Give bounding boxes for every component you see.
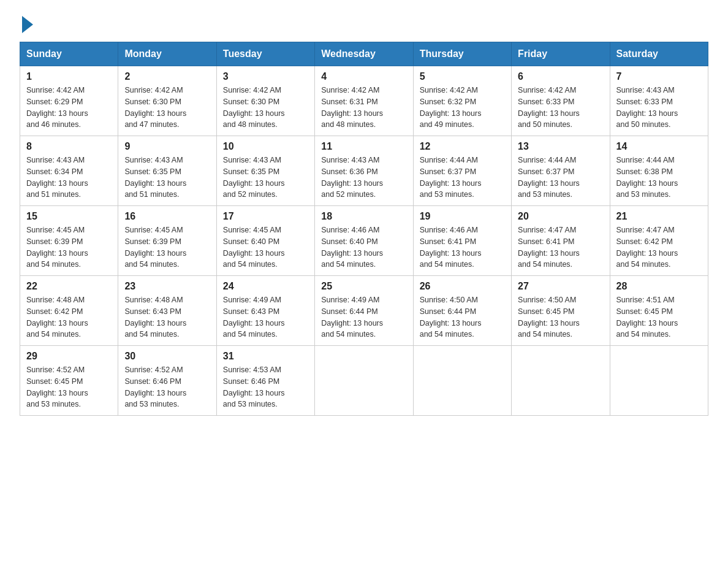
day-info: Sunrise: 4:51 AM Sunset: 6:45 PM Dayligh… (616, 294, 702, 340)
calendar-cell (413, 346, 511, 416)
day-number: 10 (223, 141, 308, 152)
day-info: Sunrise: 4:43 AM Sunset: 6:33 PM Dayligh… (616, 85, 702, 131)
calendar-cell: 19 Sunrise: 4:46 AM Sunset: 6:41 PM Dayl… (413, 206, 511, 276)
day-info: Sunrise: 4:42 AM Sunset: 6:29 PM Dayligh… (26, 85, 112, 131)
calendar-header-tuesday: Tuesday (216, 42, 314, 66)
day-info: Sunrise: 4:46 AM Sunset: 6:41 PM Dayligh… (420, 224, 505, 270)
calendar-cell: 22 Sunrise: 4:48 AM Sunset: 6:42 PM Dayl… (20, 276, 118, 346)
day-number: 23 (124, 281, 210, 292)
day-number: 7 (616, 71, 702, 82)
calendar-table: SundayMondayTuesdayWednesdayThursdayFrid… (20, 42, 708, 416)
calendar-cell: 4 Sunrise: 4:42 AM Sunset: 6:31 PM Dayli… (315, 66, 413, 136)
calendar-cell: 11 Sunrise: 4:43 AM Sunset: 6:36 PM Dayl… (315, 136, 413, 206)
logo-arrow-icon (22, 16, 33, 33)
day-info: Sunrise: 4:52 AM Sunset: 6:46 PM Dayligh… (124, 364, 210, 410)
day-number: 21 (616, 211, 702, 222)
day-number: 31 (223, 351, 308, 362)
day-number: 1 (26, 71, 112, 82)
calendar-header-friday: Friday (512, 42, 610, 66)
day-info: Sunrise: 4:48 AM Sunset: 6:42 PM Dayligh… (26, 294, 112, 340)
day-number: 26 (420, 281, 505, 292)
day-info: Sunrise: 4:46 AM Sunset: 6:40 PM Dayligh… (321, 224, 406, 270)
day-number: 16 (124, 211, 210, 222)
day-number: 11 (321, 141, 406, 152)
day-info: Sunrise: 4:42 AM Sunset: 6:33 PM Dayligh… (518, 85, 603, 131)
day-info: Sunrise: 4:49 AM Sunset: 6:44 PM Dayligh… (321, 294, 406, 340)
day-number: 22 (26, 281, 112, 292)
calendar-cell: 26 Sunrise: 4:50 AM Sunset: 6:44 PM Dayl… (413, 276, 511, 346)
calendar-cell: 31 Sunrise: 4:53 AM Sunset: 6:46 PM Dayl… (216, 346, 314, 416)
calendar-cell: 10 Sunrise: 4:43 AM Sunset: 6:35 PM Dayl… (216, 136, 314, 206)
calendar-cell: 30 Sunrise: 4:52 AM Sunset: 6:46 PM Dayl… (118, 346, 216, 416)
day-info: Sunrise: 4:42 AM Sunset: 6:31 PM Dayligh… (321, 85, 406, 131)
day-number: 20 (518, 211, 603, 222)
calendar-cell (512, 346, 610, 416)
calendar-week-row: 8 Sunrise: 4:43 AM Sunset: 6:34 PM Dayli… (20, 136, 708, 206)
calendar-cell: 27 Sunrise: 4:50 AM Sunset: 6:45 PM Dayl… (512, 276, 610, 346)
day-number: 9 (124, 141, 210, 152)
day-info: Sunrise: 4:45 AM Sunset: 6:39 PM Dayligh… (26, 224, 112, 270)
calendar-cell: 25 Sunrise: 4:49 AM Sunset: 6:44 PM Dayl… (315, 276, 413, 346)
calendar-header-saturday: Saturday (610, 42, 708, 66)
day-number: 12 (420, 141, 505, 152)
day-number: 28 (616, 281, 702, 292)
day-number: 6 (518, 71, 603, 82)
day-number: 2 (124, 71, 210, 82)
calendar-cell (315, 346, 413, 416)
day-info: Sunrise: 4:43 AM Sunset: 6:36 PM Dayligh… (321, 155, 406, 201)
calendar-week-row: 22 Sunrise: 4:48 AM Sunset: 6:42 PM Dayl… (20, 276, 708, 346)
day-info: Sunrise: 4:42 AM Sunset: 6:32 PM Dayligh… (420, 85, 505, 131)
day-number: 13 (518, 141, 603, 152)
day-info: Sunrise: 4:44 AM Sunset: 6:37 PM Dayligh… (518, 155, 603, 201)
calendar-cell: 18 Sunrise: 4:46 AM Sunset: 6:40 PM Dayl… (315, 206, 413, 276)
calendar-week-row: 1 Sunrise: 4:42 AM Sunset: 6:29 PM Dayli… (20, 66, 708, 136)
day-info: Sunrise: 4:42 AM Sunset: 6:30 PM Dayligh… (223, 85, 308, 131)
day-number: 3 (223, 71, 308, 82)
calendar-cell: 15 Sunrise: 4:45 AM Sunset: 6:39 PM Dayl… (20, 206, 118, 276)
day-info: Sunrise: 4:50 AM Sunset: 6:45 PM Dayligh… (518, 294, 603, 340)
day-number: 5 (420, 71, 505, 82)
day-number: 30 (124, 351, 210, 362)
calendar-header-thursday: Thursday (413, 42, 511, 66)
day-info: Sunrise: 4:50 AM Sunset: 6:44 PM Dayligh… (420, 294, 505, 340)
day-number: 8 (26, 141, 112, 152)
calendar-cell: 9 Sunrise: 4:43 AM Sunset: 6:35 PM Dayli… (118, 136, 216, 206)
calendar-cell: 13 Sunrise: 4:44 AM Sunset: 6:37 PM Dayl… (512, 136, 610, 206)
calendar-cell: 5 Sunrise: 4:42 AM Sunset: 6:32 PM Dayli… (413, 66, 511, 136)
day-info: Sunrise: 4:52 AM Sunset: 6:45 PM Dayligh… (26, 364, 112, 410)
day-info: Sunrise: 4:42 AM Sunset: 6:30 PM Dayligh… (124, 85, 210, 131)
day-number: 17 (223, 211, 308, 222)
calendar-cell: 6 Sunrise: 4:42 AM Sunset: 6:33 PM Dayli… (512, 66, 610, 136)
calendar-cell: 16 Sunrise: 4:45 AM Sunset: 6:39 PM Dayl… (118, 206, 216, 276)
calendar-cell: 3 Sunrise: 4:42 AM Sunset: 6:30 PM Dayli… (216, 66, 314, 136)
day-info: Sunrise: 4:47 AM Sunset: 6:42 PM Dayligh… (616, 224, 702, 270)
day-number: 24 (223, 281, 308, 292)
calendar-week-row: 29 Sunrise: 4:52 AM Sunset: 6:45 PM Dayl… (20, 346, 708, 416)
day-info: Sunrise: 4:43 AM Sunset: 6:35 PM Dayligh… (124, 155, 210, 201)
day-info: Sunrise: 4:49 AM Sunset: 6:43 PM Dayligh… (223, 294, 308, 340)
calendar-cell: 12 Sunrise: 4:44 AM Sunset: 6:37 PM Dayl… (413, 136, 511, 206)
day-number: 14 (616, 141, 702, 152)
day-number: 27 (518, 281, 603, 292)
calendar-cell: 20 Sunrise: 4:47 AM Sunset: 6:41 PM Dayl… (512, 206, 610, 276)
calendar-week-row: 15 Sunrise: 4:45 AM Sunset: 6:39 PM Dayl… (20, 206, 708, 276)
calendar-cell: 7 Sunrise: 4:43 AM Sunset: 6:33 PM Dayli… (610, 66, 708, 136)
calendar-cell: 17 Sunrise: 4:45 AM Sunset: 6:40 PM Dayl… (216, 206, 314, 276)
logo (20, 15, 33, 31)
day-info: Sunrise: 4:44 AM Sunset: 6:37 PM Dayligh… (420, 155, 505, 201)
day-info: Sunrise: 4:43 AM Sunset: 6:35 PM Dayligh… (223, 155, 308, 201)
calendar-cell: 14 Sunrise: 4:44 AM Sunset: 6:38 PM Dayl… (610, 136, 708, 206)
day-info: Sunrise: 4:44 AM Sunset: 6:38 PM Dayligh… (616, 155, 702, 201)
day-info: Sunrise: 4:45 AM Sunset: 6:40 PM Dayligh… (223, 224, 308, 270)
day-number: 4 (321, 71, 406, 82)
calendar-cell: 21 Sunrise: 4:47 AM Sunset: 6:42 PM Dayl… (610, 206, 708, 276)
calendar-header-row: SundayMondayTuesdayWednesdayThursdayFrid… (20, 42, 708, 66)
day-info: Sunrise: 4:43 AM Sunset: 6:34 PM Dayligh… (26, 155, 112, 201)
calendar-cell (610, 346, 708, 416)
day-number: 19 (420, 211, 505, 222)
calendar-cell: 2 Sunrise: 4:42 AM Sunset: 6:30 PM Dayli… (118, 66, 216, 136)
day-number: 25 (321, 281, 406, 292)
day-number: 18 (321, 211, 406, 222)
calendar-cell: 8 Sunrise: 4:43 AM Sunset: 6:34 PM Dayli… (20, 136, 118, 206)
calendar-cell: 1 Sunrise: 4:42 AM Sunset: 6:29 PM Dayli… (20, 66, 118, 136)
